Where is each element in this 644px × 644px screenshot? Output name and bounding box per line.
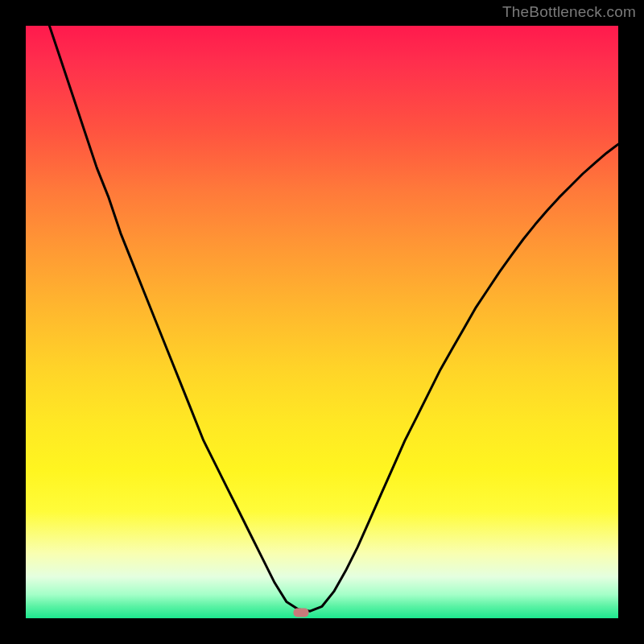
watermark-text: TheBottleneck.com bbox=[502, 3, 636, 21]
chart-frame: TheBottleneck.com bbox=[0, 0, 644, 644]
optimal-point-marker bbox=[294, 608, 309, 617]
plot-area bbox=[26, 26, 618, 618]
bottleneck-curve bbox=[26, 26, 618, 618]
